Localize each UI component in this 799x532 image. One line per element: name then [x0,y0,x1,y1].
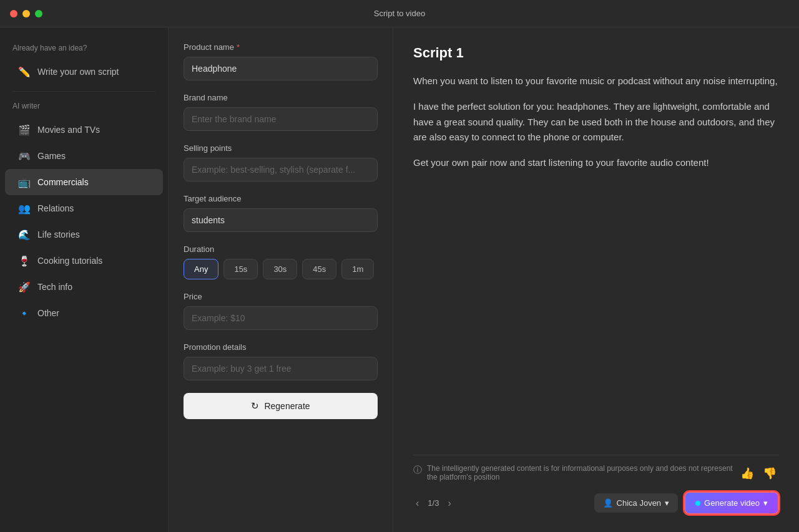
sidebar-write-label: Write your own script [37,67,119,77]
avatar-icon: 👤 [603,498,613,508]
tech-icon: 🚀 [17,280,31,294]
price-group: Price [184,292,378,330]
sidebar-other-label: Other [37,308,59,318]
generate-chevron-icon: ▾ [763,498,768,508]
target-audience-input[interactable] [184,208,378,232]
sidebar-item-movies[interactable]: 🎬 Movies and TVs [5,117,163,143]
pagination-next[interactable]: › [445,495,453,511]
duration-45s[interactable]: 45s [302,259,336,279]
traffic-lights [10,10,42,17]
sidebar-relations-label: Relations [37,203,74,213]
regenerate-button[interactable]: ↻ Regenerate [184,393,378,419]
minimize-button[interactable] [22,10,30,17]
thumbs-down-button[interactable]: 👎 [760,464,779,483]
other-icon: 🔹 [17,306,31,320]
duration-options: Any 15s 30s 45s 1m [184,259,378,279]
sidebar-item-relations[interactable]: 👥 Relations [5,195,163,221]
sidebar-divider [12,91,155,92]
selling-points-group: Selling points [184,143,378,181]
sidebar-idea-label: Already have an idea? [0,40,168,59]
script-title: Script 1 [413,45,779,61]
pencil-icon: ✏️ [17,65,31,79]
duration-15s[interactable]: 15s [223,259,258,279]
sidebar-item-other[interactable]: 🔹 Other [5,300,163,326]
selling-points-input[interactable] [184,158,378,181]
sidebar-tech-label: Tech info [37,282,72,292]
sidebar-commercials-label: Commercials [37,177,89,187]
regenerate-label: Regenerate [264,401,310,411]
brand-name-group: Brand name [184,93,378,131]
script-panel: Script 1 When you want to listen to your… [393,27,799,532]
product-name-group: Product name * [184,42,378,80]
sidebar-games-label: Games [37,151,66,161]
promotion-group: Promotion details [184,342,378,380]
generate-label: Generate video [704,498,760,508]
script-content: When you want to listen to your favorite… [413,74,779,455]
regenerate-icon: ↻ [251,400,259,412]
cooking-icon: 🍷 [17,254,31,268]
generate-video-button[interactable]: Generate video ▾ [684,491,779,515]
target-audience-label: Target audience [184,194,378,203]
product-name-label: Product name * [184,42,378,52]
sidebar-item-cooking[interactable]: 🍷 Cooking tutorials [5,248,163,274]
product-name-input[interactable] [184,57,378,80]
avatar-label: Chica Joven [617,498,662,508]
relations-icon: 👥 [17,201,31,215]
sidebar: Already have an idea? ✏️ Write your own … [0,27,169,532]
generate-dot-icon [695,501,700,506]
center-panel: Product name * Brand name Selling points… [169,27,393,532]
action-buttons: 👤 Chica Joven ▾ Generate video ▾ [594,491,779,515]
duration-30s[interactable]: 30s [263,259,297,279]
sidebar-ai-label: AI writer [0,98,168,117]
script-paragraph-1: When you want to listen to your favorite… [413,74,779,89]
script-actions: ‹ 1/3 › 👤 Chica Joven ▾ Generate video ▾ [413,491,779,515]
disclaimer-text: The intelligently generated content is f… [427,464,733,481]
sidebar-item-write-script[interactable]: ✏️ Write your own script [5,59,163,85]
disclaimer-section: ⓘ The intelligently generated content is… [413,464,779,483]
pagination-label: 1/3 [428,498,439,508]
promotion-input[interactable] [184,357,378,380]
script-footer: ⓘ The intelligently generated content is… [413,455,779,515]
price-label: Price [184,292,378,301]
life-stories-icon: 🌊 [17,228,31,241]
selling-points-label: Selling points [184,143,378,153]
commercials-icon: 📺 [17,175,31,189]
duration-label: Duration [184,244,378,254]
duration-any[interactable]: Any [184,259,218,279]
sidebar-item-games[interactable]: 🎮 Games [5,143,163,169]
titlebar: Script to video [0,0,799,27]
pagination: ‹ 1/3 › [413,495,454,511]
window-title: Script to video [374,9,425,18]
pagination-prev[interactable]: ‹ [413,495,421,511]
script-paragraph-2: I have the perfect solution for you: hea… [413,99,779,145]
brand-name-input[interactable] [184,107,378,131]
duration-1m[interactable]: 1m [341,259,374,279]
avatar-chevron-icon: ▾ [665,498,669,508]
sidebar-cooking-label: Cooking tutorials [37,256,102,266]
sidebar-item-commercials[interactable]: 📺 Commercials [5,169,163,195]
duration-group: Duration Any 15s 30s 45s 1m [184,244,378,279]
sidebar-item-life-stories[interactable]: 🌊 Life stories [5,221,163,248]
thumbs-up-button[interactable]: 👍 [738,464,757,483]
promotion-label: Promotion details [184,342,378,352]
movies-icon: 🎬 [17,123,31,137]
games-icon: 🎮 [17,149,31,163]
sidebar-movies-label: Movies and TVs [37,125,100,135]
app-body: Already have an idea? ✏️ Write your own … [0,27,799,532]
brand-name-label: Brand name [184,93,378,102]
target-audience-group: Target audience [184,194,378,232]
required-star: * [237,42,240,52]
avatar-select-button[interactable]: 👤 Chica Joven ▾ [594,493,679,513]
sidebar-item-tech[interactable]: 🚀 Tech info [5,274,163,300]
info-icon: ⓘ [413,465,422,476]
sidebar-life-label: Life stories [37,230,80,239]
price-input[interactable] [184,306,378,330]
maximize-button[interactable] [35,10,42,17]
script-paragraph-3: Get your own pair now and start listenin… [413,155,779,171]
close-button[interactable] [10,10,17,17]
